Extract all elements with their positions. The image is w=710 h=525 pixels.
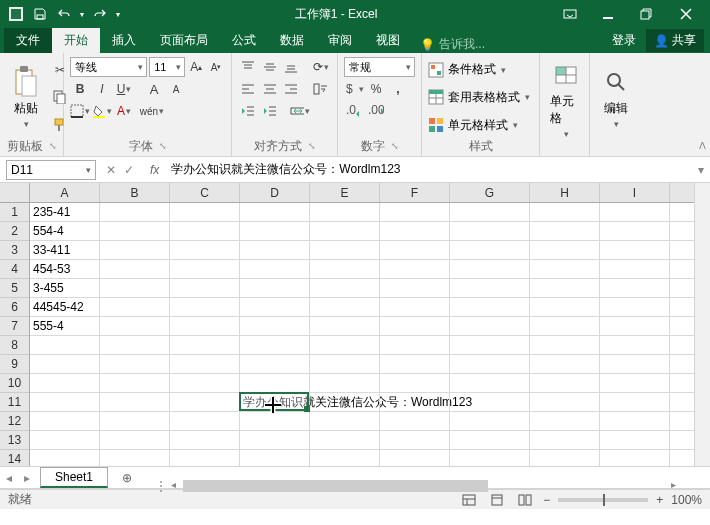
cell[interactable] (240, 317, 310, 335)
close-button[interactable] (666, 0, 706, 28)
cell[interactable] (170, 393, 240, 411)
phonetic-icon[interactable]: wén▾ (142, 101, 162, 121)
align-middle-icon[interactable] (260, 57, 280, 77)
italic-icon[interactable]: I (92, 79, 112, 99)
cell[interactable] (170, 355, 240, 373)
font-size-select[interactable]: 11 (149, 57, 185, 77)
cell[interactable] (600, 260, 670, 278)
cell[interactable] (600, 317, 670, 335)
cell[interactable] (530, 336, 600, 354)
orientation-icon[interactable]: ⟳▾ (311, 57, 331, 77)
add-sheet-button[interactable]: ⊕ (116, 467, 138, 489)
undo-dropdown-icon[interactable]: ▾ (80, 10, 84, 19)
column-header[interactable]: C (170, 183, 240, 202)
row-header[interactable]: 13 (0, 431, 29, 450)
cell[interactable] (310, 203, 380, 221)
cell[interactable] (380, 412, 450, 430)
cell[interactable] (530, 317, 600, 335)
cell[interactable] (380, 431, 450, 449)
cell[interactable]: 3-455 (30, 279, 100, 297)
cell[interactable] (310, 374, 380, 392)
cell[interactable] (600, 336, 670, 354)
cell[interactable] (450, 260, 530, 278)
cancel-formula-icon[interactable]: ✕ (106, 163, 116, 177)
cell[interactable] (100, 279, 170, 297)
tab-review[interactable]: 审阅 (316, 28, 364, 53)
cell[interactable] (170, 336, 240, 354)
cell[interactable] (380, 393, 450, 411)
share-button[interactable]: 👤共享 (646, 29, 704, 52)
select-all-corner[interactable] (0, 183, 30, 202)
cell[interactable] (530, 260, 600, 278)
align-left-icon[interactable] (238, 79, 258, 99)
cell[interactable] (380, 260, 450, 278)
cell[interactable] (450, 203, 530, 221)
cell[interactable]: 554-4 (30, 222, 100, 240)
decrease-font-icon[interactable]: A▾ (207, 57, 225, 77)
cell[interactable] (600, 374, 670, 392)
cell[interactable] (380, 374, 450, 392)
cell[interactable] (240, 203, 310, 221)
font-color-icon[interactable]: A▾ (114, 101, 134, 121)
align-bottom-icon[interactable] (282, 57, 302, 77)
cell[interactable] (530, 393, 600, 411)
login-link[interactable]: 登录 (604, 28, 644, 53)
cell[interactable]: 454-53 (30, 260, 100, 278)
zoom-slider[interactable] (558, 498, 648, 502)
tab-layout[interactable]: 页面布局 (148, 28, 220, 53)
row-header[interactable]: 7 (0, 317, 29, 336)
comma-icon[interactable]: , (388, 79, 408, 99)
cell[interactable] (240, 279, 310, 297)
row-header[interactable]: 6 (0, 298, 29, 317)
increase-font-icon[interactable]: A▴ (187, 57, 205, 77)
enter-formula-icon[interactable]: ✓ (124, 163, 134, 177)
cells-button[interactable]: 单元格▾ (546, 57, 586, 141)
cell[interactable] (100, 222, 170, 240)
cell[interactable] (310, 431, 380, 449)
cell[interactable] (170, 298, 240, 316)
cell[interactable] (240, 374, 310, 392)
cell[interactable] (530, 279, 600, 297)
conditional-format-button[interactable]: 条件格式▾ (428, 59, 533, 81)
cell[interactable] (170, 431, 240, 449)
row-header[interactable]: 12 (0, 412, 29, 431)
paste-button[interactable]: 粘贴 ▾ (6, 57, 46, 138)
cell[interactable] (450, 450, 530, 467)
cell[interactable] (170, 374, 240, 392)
save-icon[interactable] (32, 6, 48, 22)
cell[interactable] (530, 412, 600, 430)
increase-indent-icon[interactable] (260, 101, 280, 121)
cell[interactable] (240, 298, 310, 316)
column-header[interactable]: B (100, 183, 170, 202)
cell[interactable] (240, 260, 310, 278)
cell[interactable] (170, 450, 240, 467)
cell-style-button[interactable]: 单元格样式▾ (428, 114, 533, 136)
cell[interactable] (600, 241, 670, 259)
cell[interactable] (380, 279, 450, 297)
align-right-icon[interactable] (282, 79, 302, 99)
tab-view[interactable]: 视图 (364, 28, 412, 53)
decrease-decimal-icon[interactable]: .00 (366, 101, 386, 121)
row-header[interactable]: 9 (0, 355, 29, 374)
column-header[interactable]: D (240, 183, 310, 202)
cell[interactable] (600, 412, 670, 430)
cell[interactable]: 33-411 (30, 241, 100, 259)
formula-input[interactable]: 学办公知识就关注微信公众号：Wordlm123 (165, 161, 692, 178)
cell[interactable] (600, 393, 670, 411)
dialog-launcher-icon[interactable]: ⤡ (159, 141, 167, 151)
cell[interactable] (310, 279, 380, 297)
cell[interactable] (100, 374, 170, 392)
sheet-nav-next-icon[interactable]: ▸ (18, 471, 36, 485)
cell[interactable] (240, 450, 310, 467)
cell[interactable] (100, 431, 170, 449)
cell[interactable] (380, 241, 450, 259)
tab-formula[interactable]: 公式 (220, 28, 268, 53)
restore-button[interactable] (628, 0, 664, 28)
underline-icon[interactable]: U▾ (114, 79, 134, 99)
row-header[interactable]: 2 (0, 222, 29, 241)
font-name-select[interactable]: 等线 (70, 57, 147, 77)
name-box[interactable]: D11 (6, 160, 96, 180)
hscroll-left-icon[interactable]: ◂ (171, 479, 176, 490)
row-header[interactable]: 14 (0, 450, 29, 467)
cell[interactable] (30, 336, 100, 354)
